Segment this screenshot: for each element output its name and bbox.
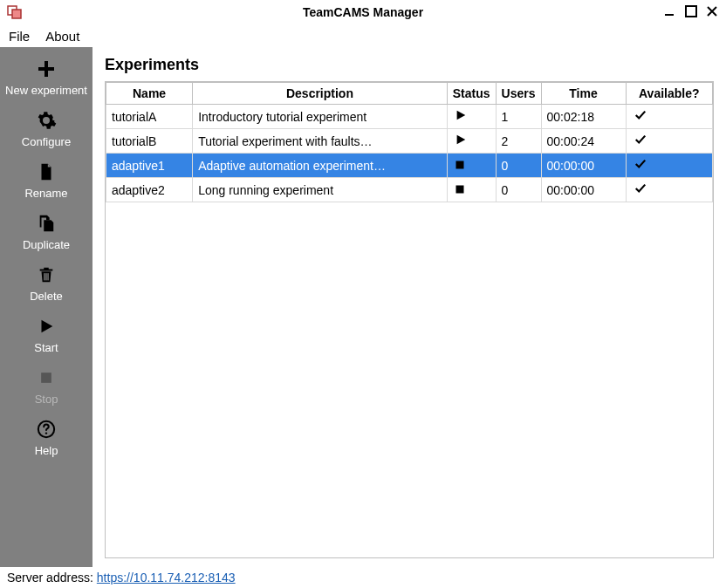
sidebar-item-label: Configure [22,135,71,148]
experiments-table-wrap: Name Description Status Users Time Avail… [105,81,714,558]
plus-icon [35,58,58,80]
cell-name: adaptive2 [106,178,193,202]
cell-users: 2 [496,129,541,154]
sidebar-item-label: New experiment [5,84,87,97]
check-icon [634,182,647,195]
sidebar-item-rename[interactable]: Rename [0,155,92,207]
check-icon [634,133,647,146]
cell-status [447,154,496,178]
sidebar-item-duplicate[interactable]: Duplicate [0,207,92,258]
sidebar-item-label: Rename [24,187,67,200]
server-address-link[interactable]: https://10.11.74.212:8143 [97,571,236,585]
copy-icon [35,212,58,235]
col-name[interactable]: Name [106,83,193,105]
cell-status [447,105,496,129]
table-row[interactable]: tutorialBTutorial experiment with faults… [106,129,713,154]
file-icon [35,161,58,183]
cell-description: Tutorial experiment with faults… [193,129,448,154]
col-users[interactable]: Users [496,83,541,105]
table-header-row: Name Description Status Users Time Avail… [106,83,713,105]
table-row[interactable]: adaptive1Adaptive automation experiment…… [106,154,713,178]
sidebar-item-new-experiment[interactable]: New experiment [0,52,92,104]
sidebar-item-label: Duplicate [23,238,70,251]
menu-about[interactable]: About [45,29,79,44]
cell-description: Long running experiment [193,178,448,202]
sidebar-item-delete[interactable]: Delete [0,258,92,310]
sidebar-item-stop: Stop [0,361,92,413]
stop-icon [455,160,465,170]
check-icon [634,109,647,121]
svg-rect-4 [44,273,45,280]
cell-time: 00:00:00 [541,178,626,202]
trash-icon [35,263,58,286]
sidebar: New experiment Configure Rename Duplicat… [0,47,92,567]
cell-name: tutorialA [106,105,193,129]
menu-file[interactable]: File [9,29,30,44]
play-icon [455,109,467,121]
check-icon [634,158,647,170]
cell-available [626,105,712,129]
svg-rect-10 [455,161,463,168]
svg-rect-11 [455,185,463,193]
page-title: Experiments [105,56,714,74]
play-icon [35,315,58,338]
cell-status [447,129,496,154]
stop-icon [35,366,58,389]
cell-users: 0 [496,178,541,202]
window-title: TeamCAMS Manager [0,5,726,19]
cell-name: tutorialB [106,129,193,154]
cell-time: 00:02:18 [541,105,626,129]
svg-rect-7 [41,373,51,383]
sidebar-item-label: Stop [35,393,58,406]
stop-icon [455,184,465,195]
cell-description: Adaptive automation experiment… [193,154,448,178]
body: New experiment Configure Rename Duplicat… [0,47,726,567]
svg-rect-2 [665,14,674,16]
svg-rect-6 [47,273,48,280]
svg-rect-1 [12,10,21,18]
titlebar: TeamCAMS Manager [0,0,726,24]
app-icon [7,4,23,20]
help-icon [35,418,58,441]
cell-description: Introductory tutorial experiment [193,105,448,129]
sidebar-item-start[interactable]: Start [0,310,92,361]
cell-available [626,129,712,154]
play-icon [455,133,467,146]
table-row[interactable]: adaptive2Long running experiment000:00:0… [106,178,713,202]
statusbar: Server address: https://10.11.74.212:814… [0,567,726,588]
cell-time: 00:00:24 [541,129,626,154]
sidebar-item-help[interactable]: Help [0,413,92,464]
sidebar-item-label: Start [34,341,58,354]
main: Experiments Name Description Status User… [92,47,726,567]
sidebar-item-label: Help [35,444,58,457]
close-button[interactable] [705,4,719,21]
menubar: File About [0,24,726,47]
minimize-button[interactable] [663,4,677,21]
cell-users: 1 [496,105,541,129]
svg-rect-5 [45,273,46,280]
col-time[interactable]: Time [541,83,626,105]
window-controls [663,4,719,21]
cell-available [626,154,712,178]
gear-icon [35,109,58,132]
table-row[interactable]: tutorialAIntroductory tutorial experimen… [106,105,713,129]
col-status[interactable]: Status [447,83,496,105]
cell-users: 0 [496,154,541,178]
cell-name: adaptive1 [106,154,193,178]
col-available[interactable]: Available? [626,83,712,105]
svg-rect-3 [686,6,696,17]
experiments-table: Name Description Status Users Time Avail… [106,82,713,202]
svg-point-9 [45,432,47,434]
cell-status [447,178,496,202]
sidebar-item-label: Delete [30,290,63,303]
server-address-label: Server address: [7,571,93,585]
maximize-button[interactable] [684,4,698,21]
cell-time: 00:00:00 [541,154,626,178]
cell-available [626,178,712,202]
sidebar-item-configure[interactable]: Configure [0,104,92,155]
col-description[interactable]: Description [193,83,448,105]
